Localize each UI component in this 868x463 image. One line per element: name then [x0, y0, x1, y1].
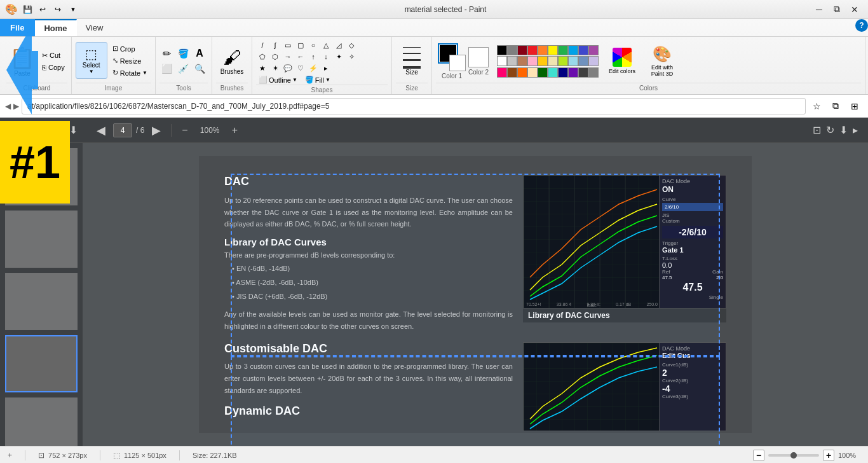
shape-line[interactable]: /: [256, 39, 269, 51]
pdf-thumb-5[interactable]: [5, 397, 78, 446]
palette-cell[interactable]: [558, 56, 568, 66]
size-button[interactable]: Size: [396, 43, 428, 79]
pdf-zoom-out-button[interactable]: −: [178, 123, 191, 137]
palette-cell[interactable]: [568, 45, 578, 55]
palette-cell[interactable]: [517, 56, 527, 66]
shape-ellipse[interactable]: ○: [307, 39, 320, 51]
palette-cell[interactable]: [558, 67, 568, 78]
pdf-more-button[interactable]: ▸: [853, 124, 858, 136]
pdf-rotate-button[interactable]: ↻: [826, 124, 834, 136]
palette-cell[interactable]: [507, 67, 517, 78]
shape-rect[interactable]: ▭: [281, 39, 294, 51]
shape-down-arrow[interactable]: ↓: [320, 51, 332, 62]
pdf-expand-button[interactable]: ⬇: [839, 124, 848, 136]
pdf-thumb-4-active[interactable]: [5, 335, 78, 392]
palette-cell[interactable]: [568, 56, 578, 66]
dropdown-qa-button[interactable]: ▼: [66, 3, 80, 17]
edit-paint3d-button[interactable]: 🎨 Edit with Paint 3D: [643, 42, 681, 80]
shape-star5[interactable]: ★: [256, 62, 269, 74]
split-view-button[interactable]: ⧉: [827, 98, 844, 114]
select-button[interactable]: ⬚ Select ▼: [76, 42, 107, 79]
tab-view[interactable]: View: [77, 19, 113, 36]
shape-4way-arrow[interactable]: ✦: [332, 51, 345, 62]
palette-cell[interactable]: [497, 67, 507, 78]
shape-lightning[interactable]: ⚡: [307, 62, 320, 74]
shape-heart[interactable]: ♡: [294, 62, 307, 74]
pencil-tool[interactable]: ✏: [159, 46, 173, 60]
pdf-fit-page-button[interactable]: ⊡: [813, 124, 821, 136]
palette-cell[interactable]: [497, 45, 507, 55]
resize-button[interactable]: ⤡ Resize: [109, 55, 151, 66]
palette-cell[interactable]: [497, 56, 507, 66]
shape-diamond[interactable]: ◇: [345, 39, 358, 51]
cut-button[interactable]: ✂ Cut: [39, 50, 67, 61]
palette-cell[interactable]: [527, 56, 538, 66]
shape-callout[interactable]: 💬: [281, 62, 294, 74]
palette-cell[interactable]: [588, 67, 599, 78]
shape-curve[interactable]: ∫: [269, 39, 281, 51]
minimize-button[interactable]: ─: [811, 3, 827, 16]
shape-hexagon[interactable]: ⬡: [269, 51, 281, 62]
palette-cell[interactable]: [538, 45, 548, 55]
palette-cell[interactable]: [578, 56, 588, 66]
palette-cell[interactable]: [548, 56, 558, 66]
palette-cell[interactable]: [548, 45, 558, 55]
rotate-button[interactable]: ↻ Rotate ▼: [109, 67, 151, 78]
color1-button[interactable]: [438, 43, 466, 71]
palette-cell[interactable]: [517, 67, 527, 78]
grid-view-button[interactable]: ⊞: [846, 98, 863, 114]
pdf-zoom-in-button[interactable]: +: [228, 123, 241, 137]
pdf-thumb-3[interactable]: [5, 273, 78, 330]
shape-triangle[interactable]: △: [320, 39, 332, 51]
palette-cell[interactable]: [578, 45, 588, 55]
pdf-download-button[interactable]: ⬇: [69, 124, 78, 136]
zoom-thumb[interactable]: [790, 452, 797, 459]
crop-button[interactable]: ⊡ Crop: [109, 43, 151, 54]
palette-cell[interactable]: [527, 67, 538, 78]
text-tool[interactable]: A: [193, 46, 207, 60]
palette-cell[interactable]: [588, 56, 599, 66]
palette-cell[interactable]: [517, 45, 527, 55]
palette-cell[interactable]: [558, 45, 568, 55]
bookmark-button[interactable]: ☆: [808, 98, 825, 114]
magnifier-tool[interactable]: 🔍: [193, 62, 207, 76]
color2-button[interactable]: [468, 47, 489, 67]
shape-more[interactable]: ▸: [320, 62, 332, 74]
palette-cell[interactable]: [588, 45, 599, 55]
pdf-thumb-2[interactable]: [5, 211, 78, 268]
outline-button[interactable]: ⬜ Outline ▼: [256, 75, 300, 85]
palette-cell[interactable]: [548, 67, 558, 78]
zoom-in-button[interactable]: +: [823, 450, 834, 461]
palette-cell[interactable]: [538, 56, 548, 66]
zoom-slider[interactable]: [768, 454, 819, 457]
palette-cell[interactable]: [578, 67, 588, 78]
pdf-next-button[interactable]: ▶: [148, 122, 165, 139]
shape-up-arrow[interactable]: ↑: [307, 51, 320, 62]
redo-qa-button[interactable]: ↪: [51, 3, 65, 17]
eraser-tool[interactable]: ⬜: [159, 62, 173, 76]
shape-right-triangle[interactable]: ◿: [332, 39, 345, 51]
help-button[interactable]: ?: [855, 19, 868, 32]
brushes-button[interactable]: 🖌 Brushes: [216, 43, 248, 79]
save-qa-button[interactable]: 💾: [20, 3, 34, 17]
status-add-icon[interactable]: +: [8, 451, 12, 460]
palette-cell[interactable]: [507, 45, 517, 55]
palette-cell[interactable]: [527, 45, 538, 55]
shape-star6[interactable]: ✶: [269, 62, 281, 74]
close-button[interactable]: ✕: [846, 3, 863, 16]
shape-rounded-rect[interactable]: ▢: [294, 39, 307, 51]
shape-star4[interactable]: ✧: [345, 51, 358, 62]
palette-cell[interactable]: [507, 56, 517, 66]
shape-right-arrow[interactable]: →: [281, 51, 294, 62]
palette-cell[interactable]: [568, 67, 578, 78]
undo-qa-button[interactable]: ↩: [36, 3, 50, 17]
shape-pentagon[interactable]: ⬠: [256, 51, 269, 62]
address-bar[interactable]: [22, 98, 806, 114]
fill-tool[interactable]: 🪣: [176, 46, 190, 60]
zoom-out-button[interactable]: −: [753, 450, 764, 461]
copy-button[interactable]: ⎘ Copy: [39, 62, 67, 73]
shape-left-arrow[interactable]: ←: [294, 51, 307, 62]
palette-cell[interactable]: [538, 67, 548, 78]
tab-home[interactable]: Home: [35, 19, 76, 36]
fill-button[interactable]: 🪣 Fill ▼: [302, 75, 333, 85]
